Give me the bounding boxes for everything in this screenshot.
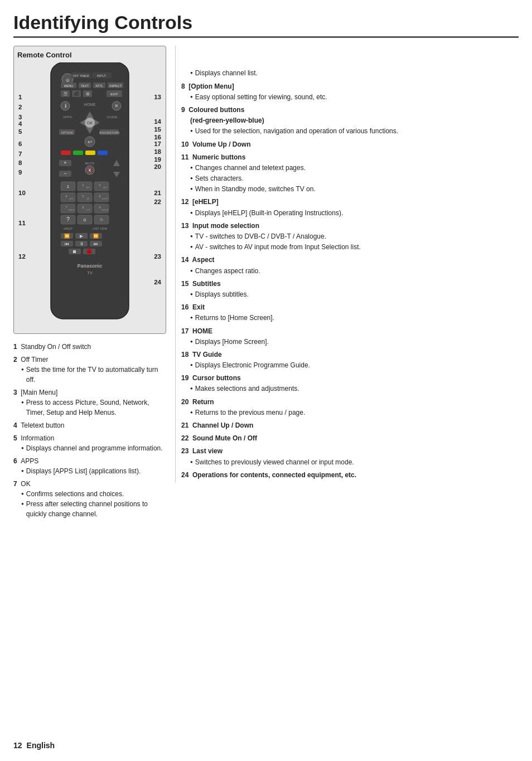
- r-item-15: 15 Subtitles Displays subtitles.: [181, 279, 519, 300]
- page-lang: English: [27, 741, 55, 750]
- r-item-11: 11 Numeric buttons Changes channel and t…: [181, 152, 519, 195]
- svg-text:🔇: 🔇: [87, 167, 93, 173]
- svg-rect-44: [85, 151, 95, 155]
- svg-text:0: 0: [84, 217, 86, 222]
- svg-text:▶: ▶: [80, 234, 84, 239]
- svg-rect-42: [61, 151, 71, 155]
- svg-text:⏮: ⏮: [65, 241, 69, 246]
- svg-text:⏩: ⏩: [93, 233, 99, 239]
- label-20: 20: [154, 163, 161, 170]
- desc-item-5: 5 Information Displays channel and progr…: [13, 433, 166, 453]
- label-19: 19: [154, 156, 161, 163]
- svg-text:LAST VIEW: LAST VIEW: [93, 227, 108, 230]
- r-item-8: 8 [Option Menu] Easy optional setting fo…: [181, 81, 519, 103]
- label-8: 8: [18, 159, 22, 166]
- svg-text:pqrs: pqrs: [69, 208, 75, 211]
- svg-text:⏭: ⏭: [94, 241, 98, 246]
- label-16: 16: [154, 134, 161, 140]
- label-12: 12: [18, 253, 26, 260]
- svg-text:−: −: [64, 171, 66, 176]
- svg-text:⬛: ⬛: [74, 91, 79, 96]
- r-item-21: 21 Channel Up / Down: [181, 420, 519, 431]
- svg-text:abc: abc: [86, 186, 91, 189]
- svg-text:HOME: HOME: [84, 103, 96, 106]
- svg-text:MENU: MENU: [64, 84, 73, 88]
- svg-text:OPTION: OPTION: [61, 131, 72, 134]
- svg-text:☰: ☰: [64, 91, 67, 96]
- svg-text:APPS: APPS: [63, 115, 72, 119]
- svg-text:mno: mno: [102, 197, 108, 200]
- r-item-20: 20 Return Returns to the previous menu /…: [181, 397, 519, 418]
- r-item-14: 14 Aspect Changes aspect ratio.: [181, 255, 519, 276]
- svg-text:eHELP: eHELP: [64, 227, 73, 230]
- label-10: 10: [18, 190, 26, 196]
- r-item-19: 19 Cursor buttons Makes selections and a…: [181, 373, 519, 394]
- remote-section-title: Remote Control: [17, 51, 162, 59]
- desc-item-1: 1 Standby On / Off switch: [13, 342, 166, 352]
- svg-text:TV: TV: [87, 270, 93, 275]
- desc-item-3: 3 [Main Menu] Press to access Picture, S…: [13, 387, 166, 418]
- desc-item-6: 6 APPS Displays [APPS List] (application…: [13, 456, 166, 476]
- r-item-18: 18 TV Guide Displays Electronic Programm…: [181, 350, 519, 371]
- svg-rect-66: [78, 193, 92, 202]
- svg-text:INPUT: INPUT: [97, 74, 107, 77]
- label-15: 15: [154, 126, 161, 133]
- remote-svg: ⏻ OFF TIMER INPUT MENU TEXT STTL: [34, 62, 146, 330]
- svg-rect-45: [98, 151, 108, 155]
- svg-text:tuv: tuv: [86, 208, 90, 211]
- label-14: 14: [154, 118, 161, 125]
- svg-text:OFF TIMER: OFF TIMER: [72, 74, 89, 77]
- label-22: 22: [154, 198, 161, 205]
- svg-text:⊞: ⊞: [86, 91, 90, 96]
- label-1: 1: [18, 94, 22, 100]
- svg-text:GUIDE: GUIDE: [107, 115, 117, 119]
- svg-text:ghi: ghi: [69, 197, 73, 200]
- left-desc-list: 1 Standby On / Off switch 2 Off Timer Se…: [13, 342, 166, 519]
- svg-text:+: +: [64, 160, 66, 166]
- r-item-7cont: Displays channel list.: [181, 68, 519, 79]
- label-13: 13: [154, 94, 161, 100]
- label-7: 7: [18, 151, 22, 157]
- r-item-22: 22 Sound Mute On / Off: [181, 433, 519, 444]
- svg-text:⏸: ⏸: [79, 241, 84, 246]
- svg-text:wxyz: wxyz: [101, 208, 108, 211]
- svg-text:def: def: [103, 186, 107, 189]
- label-3: 3: [18, 114, 22, 120]
- page-footer: 12 English: [13, 741, 55, 750]
- svg-text:↻: ↻: [100, 217, 104, 222]
- r-item-10: 10 Volume Up / Down: [181, 139, 519, 150]
- svg-rect-43: [73, 151, 83, 155]
- svg-text:1: 1: [67, 184, 70, 189]
- svg-text:STTL: STTL: [95, 84, 103, 88]
- svg-text:?: ?: [66, 216, 70, 222]
- svg-text:✕: ✕: [114, 103, 119, 109]
- label-18: 18: [154, 148, 161, 155]
- right-desc-list: Displays channel list. 8 [Option Menu] E…: [181, 46, 519, 481]
- desc-item-7: 7 OK Confirms selections and choices. Pr…: [13, 479, 166, 519]
- page-number: 12: [13, 741, 22, 750]
- r-item-9: 9 Coloured buttons (red-green-yellow-blu…: [181, 105, 519, 137]
- svg-text:BACK/RETURN: BACK/RETURN: [99, 131, 119, 134]
- r-item-12: 12 [eHELP] Displays [eHELP] (Built-in Op…: [181, 197, 519, 218]
- r-item-13: 13 Input mode selection TV - switches to…: [181, 221, 519, 253]
- svg-text:TEXT: TEXT: [81, 84, 89, 88]
- desc-item-4: 4 Teletext button: [13, 420, 166, 430]
- r-item-24: 24 Operations for contents, connected eq…: [181, 470, 519, 481]
- r-item-16: 16 Exit Returns to [Home Screen].: [181, 302, 519, 323]
- svg-text:OK: OK: [87, 121, 93, 125]
- label-5: 5: [18, 128, 22, 135]
- svg-text:⏹: ⏹: [72, 249, 77, 254]
- svg-text:Panasonic: Panasonic: [77, 263, 102, 269]
- label-11: 11: [18, 220, 26, 226]
- label-23: 23: [154, 253, 161, 260]
- page-title: Identifying Controls: [13, 12, 519, 38]
- svg-point-104: [87, 249, 91, 254]
- svg-text:MUTE: MUTE: [85, 162, 95, 165]
- label-6: 6: [18, 140, 22, 147]
- svg-text:jkl: jkl: [86, 197, 89, 200]
- label-4: 4: [18, 120, 22, 127]
- svg-text:ASPECT: ASPECT: [109, 84, 122, 88]
- label-2: 2: [18, 104, 22, 110]
- svg-text:⏻: ⏻: [66, 78, 70, 82]
- desc-item-2: 2 Off Timer Sets the time for the TV to …: [13, 355, 166, 385]
